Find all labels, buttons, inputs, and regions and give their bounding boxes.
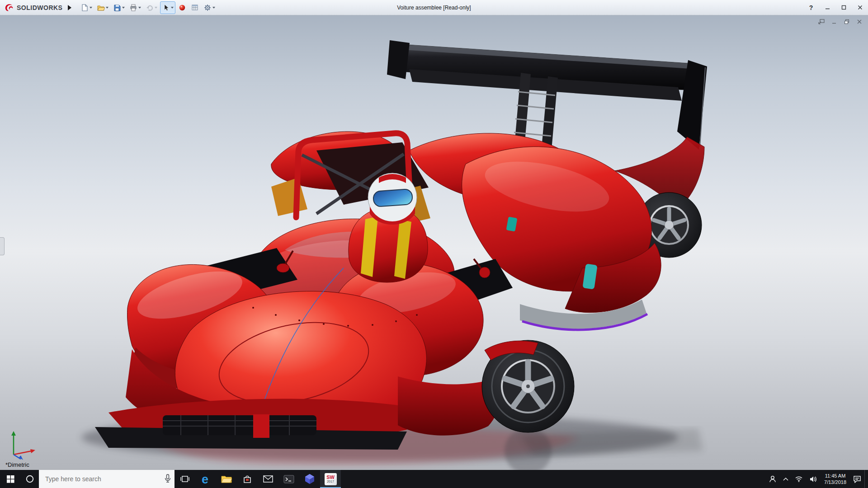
- network-wifi-icon: [795, 476, 803, 482]
- spreadsheet-button[interactable]: [189, 1, 201, 14]
- solidworks-logo: SOLIDWORKS: [0, 3, 66, 12]
- doc-close-button[interactable]: [854, 18, 864, 26]
- solidworks-app-icon: SW 2017: [325, 473, 337, 485]
- graphics-area[interactable]: *Dimetric: [0, 15, 868, 470]
- panel-flyout-tab[interactable]: [0, 237, 5, 255]
- volume-button[interactable]: [806, 470, 821, 488]
- task-view-icon: [180, 475, 189, 483]
- taskbar-solidworks-button[interactable]: SW 2017: [320, 470, 341, 488]
- select-arrow-icon: [162, 4, 170, 12]
- open-button[interactable]: [95, 1, 110, 14]
- gear-icon: [203, 4, 212, 12]
- task-view-button[interactable]: [175, 470, 195, 488]
- system-tray: 11:45 AM 7/13/2018: [765, 470, 868, 488]
- red-sphere-icon: [178, 4, 186, 12]
- doc-restore-button[interactable]: [842, 18, 852, 26]
- command-prompt-icon: [283, 475, 294, 483]
- people-button[interactable]: [765, 470, 780, 488]
- wheel-front-right: [482, 340, 574, 432]
- action-center-button[interactable]: [850, 470, 864, 488]
- minimize-icon: [825, 5, 830, 10]
- new-document-icon: [80, 4, 89, 12]
- car-model-render: [0, 15, 868, 470]
- action-center-icon: [853, 475, 861, 483]
- mail-envelope-icon: [263, 475, 273, 483]
- file-explorer-icon: [221, 475, 232, 483]
- print-button[interactable]: [127, 1, 143, 14]
- taskbar-file-explorer-button[interactable]: [216, 470, 237, 488]
- taskbar-command-prompt-button[interactable]: [278, 470, 299, 488]
- close-button[interactable]: [852, 0, 868, 15]
- dropdown-caret-icon: [106, 7, 108, 9]
- helmet: [368, 173, 417, 225]
- taskbar-purple-app-button[interactable]: [299, 470, 320, 488]
- print-icon: [129, 4, 137, 12]
- red-sphere-button[interactable]: [176, 1, 188, 14]
- menu-expand-arrow-icon[interactable]: [68, 5, 71, 10]
- dropdown-caret-icon: [90, 7, 92, 9]
- open-folder-icon: [97, 4, 105, 12]
- coordinate-triad: [4, 427, 40, 460]
- ds-logo-icon: [5, 3, 14, 12]
- cortana-icon: [25, 474, 34, 483]
- microphone-icon[interactable]: [165, 474, 171, 483]
- dropdown-caret-icon: [122, 7, 125, 9]
- purple-cube-icon: [305, 474, 315, 484]
- cortana-button[interactable]: [21, 470, 39, 488]
- show-desktop-button[interactable]: [864, 470, 868, 488]
- search-input[interactable]: [39, 475, 175, 483]
- chevron-up-icon: [783, 477, 788, 481]
- solidworks-titlebar: SOLIDWORKS: [0, 0, 868, 15]
- doc-minimize-icon: [831, 19, 837, 24]
- options-button[interactable]: [202, 1, 217, 14]
- start-button[interactable]: [0, 470, 21, 488]
- help-button[interactable]: ?: [803, 0, 819, 15]
- taskbar-clock[interactable]: 11:45 AM 7/13/2018: [821, 470, 850, 488]
- taskbar-search: [39, 470, 175, 488]
- save-floppy-icon: [113, 4, 121, 12]
- maximize-button[interactable]: [835, 0, 852, 15]
- x-axis-arrow: [30, 449, 35, 453]
- windows-logo-icon: [7, 475, 14, 483]
- people-icon: [769, 475, 777, 483]
- edge-icon: e: [199, 472, 212, 486]
- clock-date: 7/13/2018: [824, 479, 846, 485]
- spreadsheet-icon: [191, 4, 199, 12]
- taskbar-store-button[interactable]: [237, 470, 258, 488]
- store-bag-icon: [243, 474, 252, 483]
- window-controls: ?: [803, 0, 868, 15]
- doc-restore-icon: [844, 19, 849, 24]
- view-orientation-label: *Dimetric: [5, 461, 29, 468]
- dropdown-caret-icon: [212, 7, 215, 9]
- select-tool-button[interactable]: [160, 1, 175, 14]
- windows-taskbar: e: [0, 470, 868, 488]
- doc-float-button[interactable]: [816, 18, 826, 26]
- doc-minimize-button[interactable]: [829, 18, 839, 26]
- visor: [373, 189, 413, 207]
- document-window-controls: [816, 18, 864, 26]
- doc-close-icon: [857, 19, 862, 24]
- taskbar-mail-button[interactable]: [258, 470, 278, 488]
- clock-time: 11:45 AM: [825, 473, 846, 479]
- brand-wordmark: SOLIDWORKS: [17, 4, 62, 11]
- dropdown-caret-icon: [155, 7, 157, 9]
- save-button[interactable]: [111, 1, 127, 14]
- desktop: SOLIDWORKS: [0, 0, 868, 488]
- undo-button[interactable]: [144, 1, 159, 14]
- undo-arrow-icon: [146, 4, 154, 12]
- new-document-button[interactable]: [79, 1, 94, 14]
- close-icon: [858, 5, 863, 10]
- minimize-button[interactable]: [819, 0, 835, 15]
- taskbar-edge-button[interactable]: e: [195, 470, 216, 488]
- y-axis-arrow: [11, 431, 16, 436]
- speaker-icon: [809, 476, 817, 483]
- svg-text:e: e: [202, 473, 208, 486]
- doc-float-icon: [818, 19, 825, 24]
- network-button[interactable]: [792, 470, 806, 488]
- maximize-icon: [841, 5, 846, 10]
- dropdown-caret-icon: [138, 7, 141, 9]
- dropdown-caret-icon: [171, 7, 174, 9]
- quick-access-toolbar: [79, 1, 217, 14]
- hidden-icons-button[interactable]: [780, 470, 792, 488]
